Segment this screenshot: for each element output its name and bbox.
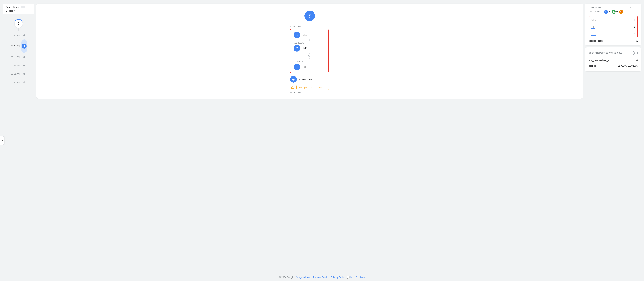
event-row-session-start-name: session_start (588, 40, 602, 42)
time-label-11-24-11: 11:24:11 AM (290, 91, 301, 93)
event-start-count: 0 (309, 13, 310, 16)
history-icon[interactable] (633, 50, 638, 56)
event-start-node: 0 new (304, 10, 315, 21)
svg-point-5 (296, 67, 298, 68)
user-props-header: USER PROPERTIES ACTIVE NOW (588, 50, 638, 56)
timeline-dot-1125 (23, 34, 25, 36)
timeline-entry-1125: 11:25 AM (10, 31, 27, 40)
badge-green-events: 0 (612, 10, 618, 14)
event-row-cls-name: CLS (592, 18, 596, 22)
blue-badge-icon (604, 10, 608, 14)
gap-label: 8s (308, 55, 310, 57)
time-label-1124: 11:24 AM (10, 45, 21, 47)
timeline-dot-1120 (23, 82, 25, 83)
debug-device-row: Debug Device 1 (6, 6, 32, 8)
session-start-row[interactable]: session_start (290, 76, 313, 82)
debug-device-count: 1 (22, 6, 25, 8)
footer-feedback-icon: 💬 (347, 276, 350, 278)
timeline-entry-1121: 11:21 AM (10, 70, 27, 78)
user-prop-row-npa: non_personalized_ads 0 (588, 58, 638, 62)
timeline-entry-1124: 11:24 AM 4 (10, 40, 27, 53)
timeline-top-value: 0 (18, 22, 20, 25)
lcp-event-icon (294, 64, 300, 70)
debug-device-box: Debug Device 1 Google ▼ (3, 4, 34, 14)
time-label-1121: 11:21 AM (10, 73, 21, 75)
debug-device-select[interactable]: Google ▼ (6, 10, 32, 12)
inp-event-icon (294, 45, 300, 52)
event-row-lcp-count: 1 (634, 32, 635, 35)
user-prop-npa-value: 0 (636, 59, 638, 62)
sidebar-toggle-button[interactable]: > (0, 136, 4, 145)
footer-sep-2: | (312, 276, 312, 278)
event-row-lcp-name: LCP (592, 32, 596, 36)
footer: © 2024 Google | Analytics home | Terms o… (0, 273, 644, 281)
top-events-subtitle: LAST 30 MINS (588, 11, 602, 13)
highlighted-events-list: CLS 1 INP 1 LCP 1 (588, 16, 638, 37)
session-start-label: session_start (299, 78, 313, 81)
svg-text:🎁: 🎁 (621, 11, 622, 12)
event-start-label: new (308, 16, 312, 18)
time-label-1123: 11:23 AM (10, 56, 21, 58)
session-start-icon (290, 76, 297, 82)
user-prop-uid-value: 1275305...3802935 (618, 64, 638, 67)
time-label-11-24-12: 11:24:12 AM (294, 60, 304, 62)
top-events-card: TOP EVENTS 4 TOTAL LAST 30 MINS 4 (585, 4, 641, 45)
top-events-subtitle-row: LAST 30 MINS 4 (588, 10, 638, 14)
highlighted-events-box: CLS 11:24:20 AM (290, 29, 329, 73)
svg-point-10 (606, 11, 606, 12)
badge-blue-events: 4 (604, 10, 610, 14)
event-row-inp[interactable]: INP 1 (589, 23, 637, 30)
footer-copyright: © 2024 Google (279, 276, 294, 278)
footer-terms-link[interactable]: Terms of Service (313, 276, 329, 278)
timeline-rows: 11:25 AM 11:24 AM 4 (10, 31, 27, 86)
chevron-right-icon: > (1, 139, 3, 142)
footer-sep-3: | (330, 276, 330, 278)
svg-point-3 (296, 48, 298, 49)
orange-badge-count: 0 (624, 10, 625, 13)
event-row-inp-name: INP (592, 26, 596, 29)
event-row-cls[interactable]: CLS 1 (589, 16, 637, 23)
event-row-session-start-count: 1 (636, 40, 638, 42)
inp-event-label: INP (303, 47, 307, 50)
svg-point-1 (296, 34, 298, 36)
footer-sep-1: | (295, 276, 295, 278)
time-label-11-24-20: 11:24:20 AM (294, 42, 304, 44)
footer-analytics-home-link[interactable]: Analytics home (296, 276, 311, 278)
timeline-active-pill: 4 (22, 40, 27, 53)
badge-orange-events: 🎁 0 (619, 10, 625, 14)
right-panel: TOP EVENTS 4 TOTAL LAST 30 MINS 4 (585, 4, 641, 72)
timeline-dot-1122 (23, 64, 25, 66)
event-row-session-start[interactable]: session_start 1 (588, 38, 638, 42)
cls-event-row[interactable]: CLS (294, 32, 325, 38)
user-prop-npa-name: non_personalized_ads (588, 59, 612, 62)
user-param-badge: non_personalized_ads = ... (296, 85, 329, 90)
debug-device-label: Debug Device (6, 6, 20, 8)
lcp-event-row[interactable]: LCP (294, 64, 325, 70)
user-param-label: non_personalized_ads = ... (299, 86, 326, 89)
event-row-lcp[interactable]: LCP 1 (589, 30, 637, 37)
time-label-1125: 11:25 AM (10, 34, 21, 36)
footer-sep-4: | (346, 276, 346, 278)
timeline-active-count: 4 (22, 44, 27, 48)
top-events-total: 4 TOTAL (630, 7, 638, 9)
timeline-top-circle: 0 (14, 19, 23, 28)
footer-send-feedback-link[interactable]: Send feedback (350, 276, 365, 278)
center-panel: 0 new 11:24:21 AM (36, 4, 583, 98)
top-events-header: TOP EVENTS 4 TOTAL (588, 7, 638, 9)
inp-event-row[interactable]: INP (294, 45, 325, 52)
user-param-icon (290, 85, 295, 90)
dropdown-arrow-icon: ▼ (14, 10, 16, 12)
event-row-cls-count: 1 (634, 18, 635, 21)
event-flow-container: 0 new 11:24:21 AM (40, 9, 580, 93)
green-badge-icon (612, 10, 616, 14)
timeline-entry-1123: 11:23 AM (10, 53, 27, 61)
left-panel: Debug Device 1 Google ▼ 0 11:25 AM (3, 4, 34, 86)
time-label-1120: 11:20 AM (10, 81, 21, 83)
user-props-title: USER PROPERTIES ACTIVE NOW (588, 52, 622, 54)
time-label-11-24-21: 11:24:21 AM (290, 25, 302, 27)
debug-device-value: Google (6, 10, 13, 12)
blue-badge-count: 4 (609, 10, 610, 13)
footer-privacy-link[interactable]: Privacy Policy (331, 276, 345, 278)
time-label-1122: 11:22 AM (10, 64, 21, 66)
svg-point-7 (293, 79, 294, 80)
